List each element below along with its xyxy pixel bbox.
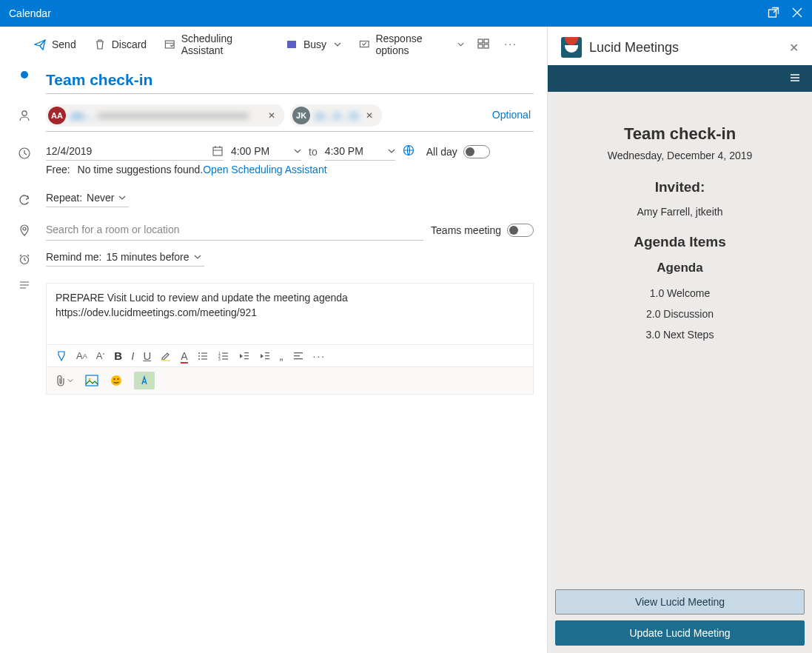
underline-button[interactable]: U (143, 349, 151, 362)
agenda-item: 2.0 Discussion (563, 308, 797, 320)
reminder-dropdown[interactable]: Remind me: 15 minutes before (46, 248, 204, 267)
close-icon[interactable] (791, 7, 803, 21)
svg-rect-34 (294, 355, 300, 356)
response-options-dropdown[interactable]: Response options (352, 30, 472, 59)
avatar: AA (48, 107, 66, 124)
view-lucid-button[interactable]: View Lucid Meeting (555, 589, 805, 615)
calendar-icon (212, 145, 224, 157)
toolbar: Send Discard Scheduling Assistant Busy R… (0, 27, 547, 62)
svg-point-40 (118, 378, 119, 380)
panel-menu-icon[interactable] (788, 71, 802, 87)
end-time-field[interactable]: 4:30 PM (325, 142, 395, 161)
remove-attendee-icon[interactable]: ✕ (363, 110, 376, 121)
main-form: Send Discard Scheduling Assistant Busy R… (0, 27, 547, 653)
font-size-up-icon[interactable]: AA (76, 350, 87, 361)
chevron-down-icon (294, 147, 301, 155)
agenda-item: 1.0 Welcome (563, 287, 797, 299)
discard-button[interactable]: Discard (87, 36, 154, 53)
svg-point-38 (111, 375, 121, 386)
svg-rect-28 (244, 355, 249, 356)
invited-heading: Invited: (563, 179, 797, 195)
panel-close-icon[interactable]: ✕ (789, 41, 799, 55)
align-button[interactable] (292, 350, 304, 362)
panel-brand: Lucid Meetings (589, 40, 679, 56)
svg-rect-30 (265, 352, 269, 353)
font-size-down-icon[interactable]: A˅ (96, 350, 106, 361)
grid-icon[interactable] (474, 35, 492, 55)
svg-rect-31 (265, 355, 269, 356)
svg-point-17 (198, 358, 200, 360)
svg-rect-25 (222, 355, 228, 356)
location-input[interactable] (46, 219, 423, 241)
all-day-label: All day (426, 146, 457, 158)
svg-point-39 (114, 378, 115, 380)
numbering-button[interactable]: 123 (218, 350, 229, 362)
teams-meeting-label: Teams meeting (431, 224, 501, 236)
italic-button[interactable]: I (131, 349, 134, 362)
panel-meeting-title: Team check-in (563, 124, 797, 144)
chevron-down-icon (388, 147, 395, 155)
popout-icon[interactable] (768, 7, 779, 21)
svg-rect-20 (201, 358, 207, 359)
avatar: JK (292, 107, 310, 124)
freebusy-text: Free: No time suggestions found.Open Sch… (46, 161, 534, 181)
optional-attendees-link[interactable]: Optional (489, 104, 534, 125)
timezone-icon[interactable] (403, 144, 415, 158)
svg-rect-4 (478, 39, 483, 43)
panel-meeting-date: Wednesday, December 4, 2019 (563, 150, 797, 161)
invited-names: Amy Farrell, jtkeith (563, 206, 797, 218)
repeat-dropdown[interactable]: Repeat: Never (46, 189, 129, 207)
all-day-toggle[interactable] (463, 145, 490, 158)
more-icon[interactable]: ··· (501, 35, 520, 55)
more-formatting-icon[interactable]: ··· (313, 350, 326, 362)
date-field[interactable]: 12/4/2019 (46, 142, 224, 161)
agenda-item: 3.0 Next Steps (563, 329, 797, 341)
svg-rect-14 (161, 360, 170, 361)
to-label: to (309, 146, 318, 158)
outdent-button[interactable] (238, 350, 250, 362)
open-scheduling-link[interactable]: Open Scheduling Assistant (203, 164, 326, 175)
color-category-dot[interactable] (13, 68, 36, 78)
highlight-button[interactable] (160, 350, 172, 362)
start-time-field[interactable]: 4:00 PM (231, 142, 301, 161)
indent-button[interactable] (259, 350, 271, 362)
svg-point-16 (198, 355, 200, 357)
titlebar: Calendar (0, 0, 812, 27)
chevron-down-icon (457, 41, 464, 48)
chevron-down-icon (194, 253, 201, 261)
attach-button[interactable] (56, 375, 73, 386)
remove-attendee-icon[interactable]: ✕ (265, 110, 278, 121)
agenda-subheading: Agenda (563, 261, 797, 275)
svg-rect-32 (265, 358, 269, 359)
scheduling-assistant-button[interactable]: Scheduling Assistant (157, 30, 275, 59)
update-lucid-button[interactable]: Update Lucid Meeting (555, 620, 805, 646)
svg-rect-19 (201, 355, 207, 356)
teams-meeting-toggle[interactable] (507, 224, 534, 237)
bold-button[interactable]: B (114, 349, 122, 362)
location-icon (13, 219, 36, 237)
svg-rect-24 (222, 352, 228, 353)
svg-rect-7 (484, 44, 489, 48)
chevron-down-icon (118, 194, 126, 201)
svg-text:3: 3 (218, 357, 221, 361)
svg-point-37 (89, 378, 91, 381)
insert-image-button[interactable] (85, 375, 98, 386)
svg-rect-29 (244, 358, 249, 359)
font-color-button[interactable]: A (181, 350, 187, 362)
show-formatting-button[interactable] (134, 372, 155, 389)
insert-emoji-button[interactable] (110, 375, 122, 386)
busy-dropdown[interactable]: Busy (278, 36, 349, 53)
body-textarea[interactable]: PREPARE Visit Lucid to review and update… (47, 284, 533, 344)
svg-rect-6 (478, 44, 483, 48)
quote-button[interactable]: „ (280, 349, 283, 362)
event-title-input[interactable] (46, 68, 534, 94)
send-button[interactable]: Send (27, 36, 84, 53)
bullets-button[interactable] (197, 350, 209, 362)
format-painter-icon[interactable] (56, 350, 67, 362)
agenda-items-heading: Agenda Items (563, 234, 797, 250)
svg-point-12 (23, 227, 26, 230)
attendee-chip[interactable]: AA afa… xxxxxxxxxxxxxxxxxxxxxxxxxxxxxxxx… (46, 104, 284, 127)
attendee-chip[interactable]: JK Jo…K…th ✕ (290, 104, 382, 127)
insert-toolbar (47, 366, 533, 394)
svg-rect-26 (222, 358, 228, 359)
